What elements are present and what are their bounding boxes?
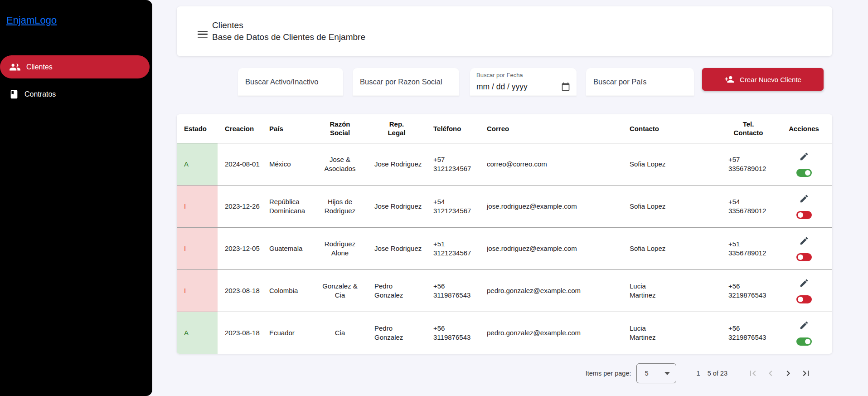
edit-button[interactable] [799,278,809,288]
rep-legal-cell: Pedro Gonzalez [367,312,426,354]
clients-table: Estado Creacion País Razón Social Rep. L… [177,114,832,354]
col-correo: Correo [480,114,622,143]
telefono-cell: +56 3119876543 [426,312,480,354]
razon-social-cell: Jose & Asociados [313,143,367,185]
create-client-button[interactable]: Crear Nuevo Cliente [702,68,824,91]
sidebar-item-label: Clientes [26,63,53,71]
filter-fecha-field[interactable]: Buscar por Fecha mm / dd / yyyy [470,68,577,96]
telefono-cell: +51 3121234567 [426,227,480,269]
rep-legal-cell: Jose Rodriguez [367,227,426,269]
creacion-cell: 2023-12-26 [218,185,262,227]
contacto-cell: Lucia Martinez [622,312,721,354]
page-header-card: Clientes Base de Datos de Clientes de En… [177,6,832,56]
filter-estado-input[interactable] [238,68,343,96]
status-toggle[interactable] [796,337,812,346]
logo-link[interactable]: EnjamLogo [6,15,57,26]
tel-contacto-cell: +56 3219876543 [721,312,776,354]
next-page-button[interactable] [783,368,794,379]
col-telefono: Teléfono [426,114,480,143]
menu-toggle-icon[interactable] [198,31,208,38]
correo-cell: pedro.gonzalez@example.com [480,312,622,354]
calendar-icon[interactable] [561,82,570,91]
first-page-button[interactable] [747,368,758,379]
sidebar-item-contratos[interactable]: Contratos [0,83,150,106]
table-body: A 2024-08-01 México Jose & Asociados Jos… [177,143,832,354]
estado-cell: A [177,143,218,185]
last-page-icon [800,368,811,379]
col-acciones: Acciones [776,114,832,143]
chevron-down-icon [664,372,670,375]
first-page-icon [747,368,758,379]
last-page-button[interactable] [800,368,811,379]
status-toggle[interactable] [796,169,812,177]
col-creacion: Creacion [218,114,262,143]
tel-contacto-cell: +57 3356789012 [721,143,776,185]
razon-social-cell: Gonzalez & Cia [313,269,367,312]
edit-button[interactable] [799,236,809,246]
edit-button[interactable] [799,194,809,204]
estado-cell: I [177,269,218,312]
rep-legal-cell: Jose Rodriguez [367,185,426,227]
sidebar-item-clientes[interactable]: Clientes [0,55,150,78]
pagination-bar: Items per page: 5 1 – 5 of 23 [586,361,811,386]
create-client-label: Crear Nuevo Cliente [740,76,801,83]
razon-social-cell: Rodriguez Alone [313,227,367,269]
clients-table-card: Estado Creacion País Razón Social Rep. L… [177,114,832,354]
items-per-page-select[interactable]: 5 [636,363,676,383]
razon-social-cell: Hijos de Rodriguez [313,185,367,227]
col-estado: Estado [177,114,218,143]
creacion-cell: 2024-08-01 [218,143,262,185]
status-toggle[interactable] [796,253,812,261]
table-row: I 2023-08-18 Colombia Gonzalez & Cia Ped… [177,269,832,312]
pais-cell: México [262,143,313,185]
filter-fecha-value[interactable]: mm / dd / yyyy [476,82,528,92]
prev-page-button[interactable] [765,368,776,379]
pencil-icon [799,236,809,246]
people-icon [9,61,21,73]
page-title: Clientes [212,20,365,31]
table-header-row: Estado Creacion País Razón Social Rep. L… [177,114,832,143]
correo-cell: jose.rodriguez@example.com [480,185,622,227]
telefono-cell: +57 3121234567 [426,143,480,185]
telefono-cell: +56 3119876543 [426,269,480,312]
col-tel-contacto: Tel. Contacto [721,114,776,143]
col-pais: País [262,114,313,143]
person-add-icon [724,74,734,84]
page-range-label: 1 – 5 of 23 [696,370,727,377]
status-toggle[interactable] [796,295,812,303]
razon-social-cell: Cia [313,312,367,354]
col-razon-social: Razón Social [313,114,367,143]
chevron-left-icon [765,368,776,379]
pencil-icon [799,320,809,330]
table-row: A 2024-08-01 México Jose & Asociados Jos… [177,143,832,185]
table-row: I 2023-12-26 República Dominicana Hijos … [177,185,832,227]
acciones-cell [776,227,832,269]
correo-cell: jose.rodriguez@example.com [480,227,622,269]
acciones-cell [776,143,832,185]
edit-button[interactable] [799,320,809,330]
correo-cell: pedro.gonzalez@example.com [480,269,622,312]
pais-cell: República Dominicana [262,185,313,227]
estado-cell: A [177,312,218,354]
col-rep-legal: Rep. Legal [367,114,426,143]
edit-button[interactable] [799,152,809,161]
pais-cell: Ecuador [262,312,313,354]
tel-contacto-cell: +51 3356789012 [721,227,776,269]
rep-legal-cell: Pedro Gonzalez [367,269,426,312]
app-root: EnjamLogo Clientes Contratos Clientes Ba… [0,0,868,396]
filter-fecha-label: Buscar por Fecha [476,72,523,78]
contacto-cell: Sofia Lopez [622,185,721,227]
filter-razon-input[interactable] [353,68,459,96]
items-per-page-label: Items per page: [586,370,631,377]
contacto-cell: Lucia Martinez [622,269,721,312]
status-toggle[interactable] [796,211,812,219]
tel-contacto-cell: +56 3219876543 [721,269,776,312]
sidebar: EnjamLogo Clientes Contratos [0,0,152,396]
table-row: I 2023-12-05 Guatemala Rodriguez Alone J… [177,227,832,269]
page-subtitle: Base de Datos de Clientes de Enjambre [212,31,365,43]
page-titles: Clientes Base de Datos de Clientes de En… [212,20,365,43]
filter-razon-field [353,68,459,96]
filter-pais-input[interactable] [586,68,694,96]
estado-cell: I [177,227,218,269]
creacion-cell: 2023-12-05 [218,227,262,269]
